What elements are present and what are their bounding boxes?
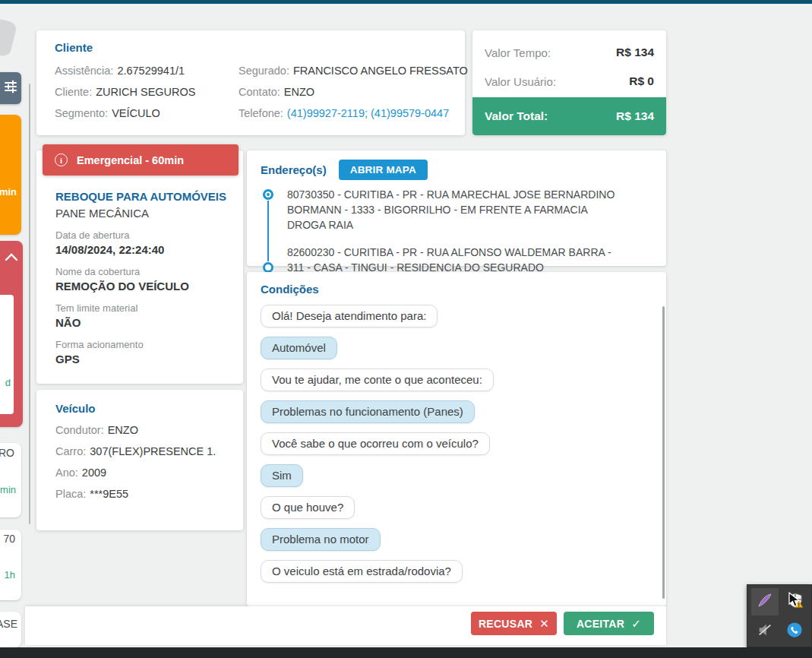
- addresses-card: Endereço(s) ABRIR MAPA 80730350 - CURITI…: [247, 150, 666, 266]
- sliders-filter-icon: [3, 79, 18, 97]
- address-row: 80730350 - CURITIBA - PR - RUA MARECHAL …: [263, 187, 652, 233]
- value-amount: R$ 134: [616, 46, 654, 59]
- field-value[interactable]: FRANCISCO ANGELO FRESSATO: [293, 65, 468, 77]
- field-label: Nome da cobertura: [55, 266, 228, 277]
- value-total-row: Valor Total: R$ 134: [472, 97, 666, 135]
- route: 80730350 - CURITIBA - PR - RUA MARECHAL …: [261, 187, 652, 275]
- field-label: Assistência:: [55, 65, 113, 77]
- accept-button[interactable]: ACEITAR ✓: [564, 612, 654, 635]
- field-label: Telefone:: [239, 107, 283, 119]
- field-label: Cliente:: [55, 86, 92, 98]
- chat-transcript: Olá! Deseja atendimento para: Automóvel …: [261, 305, 652, 583]
- total-amount: R$ 134: [616, 109, 654, 123]
- address-text: 80730350 - CURITIBA - PR - RUA MARECHAL …: [287, 187, 623, 233]
- top-accent-bar: [0, 0, 812, 4]
- volume-tray-button[interactable]: [751, 618, 779, 645]
- vehicle-field: Carro: 307(FLEX)PRESENCE 1.: [55, 441, 228, 462]
- service-field: Nome da cobertura REMOÇÃO DO VEÍCULO: [55, 266, 228, 293]
- service-fields: Data de abertura 14/08/2024, 22:24:40 No…: [55, 229, 228, 365]
- client-field: Assistência: 2.67529941/1: [55, 60, 239, 81]
- field-value: 307(FLEX)PRESENCE 1.: [90, 445, 216, 457]
- text-fragment: 70: [3, 533, 15, 545]
- value-row: Valor Tempo: R$ 134: [472, 38, 666, 67]
- value-label: Valor Tempo:: [485, 46, 551, 59]
- service-field: Tem limite material NÃO: [55, 302, 228, 329]
- security-shield-warning-icon: [787, 592, 804, 612]
- chat-bubble: Problema no motor: [261, 528, 381, 551]
- chevron-up-icon: [5, 251, 18, 265]
- value-row: Valor Usuário: R$ 0: [472, 67, 666, 96]
- client-info-left-column: Assistência: 2.67529941/1 Cliente: ZURIC…: [55, 60, 239, 124]
- sidebar-service-card[interactable]: 70 1h: [0, 530, 21, 600]
- chat-bubble: Problemas no funcionamento (Panes): [261, 400, 475, 423]
- sidebar-inner-card[interactable]: d: [0, 295, 14, 414]
- open-map-button[interactable]: ABRIR MAPA: [339, 160, 428, 180]
- info-icon: i: [55, 153, 68, 166]
- service-field: Forma acionamento GPS: [55, 339, 228, 365]
- field-value: 14/08/2024, 22:24:40: [55, 243, 228, 256]
- phone-tray-button[interactable]: [781, 618, 808, 645]
- field-label: Placa:: [55, 488, 86, 500]
- chat-bubble: Você sabe o que ocorreu com o veículo?: [261, 432, 490, 455]
- text-fragment: RO: [0, 447, 14, 459]
- service-problem: PANE MECÂNICA: [55, 207, 228, 220]
- field-value: VEÍCULO: [112, 107, 160, 119]
- field-label: Segmento:: [55, 107, 108, 119]
- field-value[interactable]: (41)99927-2119; (41)99579-0447: [287, 107, 449, 119]
- vehicle-rows: Condutor: ENZO Carro: 307(FLEX)PRESENCE …: [55, 419, 228, 505]
- field-value: ***9E55: [90, 488, 128, 500]
- security-tray-button[interactable]: [782, 588, 809, 615]
- sidebar-scrollbar[interactable]: [29, 84, 30, 524]
- field-label: Ano:: [55, 467, 78, 479]
- sidebar-service-card-orange[interactable]: min: [0, 115, 21, 235]
- client-field: Segmento: VEÍCULO: [55, 103, 239, 124]
- field-value: ZURICH SEGUROS: [96, 86, 195, 98]
- pen-icon: [756, 591, 774, 612]
- field-label: Contato:: [239, 86, 280, 98]
- x-icon: ✕: [539, 617, 549, 631]
- values-card: Valor Tempo: R$ 134 Valor Usuário: R$ 0 …: [472, 30, 666, 135]
- vehicle-card: Veículo Condutor: ENZO Carro: 307(FLEX)P…: [36, 390, 243, 530]
- field-label: Condutor:: [55, 424, 104, 436]
- field-value: 2.67529941/1: [117, 65, 185, 77]
- addresses-title: Endereço(s): [261, 163, 327, 176]
- field-value: 2009: [82, 467, 106, 479]
- check-icon: ✓: [631, 617, 641, 631]
- chat-bubble: Olá! Deseja atendimento para:: [261, 305, 438, 327]
- service-detail-card: REBOQUE PARA AUTOMÓVEIS PANE MECÂNICA Da…: [36, 150, 243, 384]
- value-label: Valor Usuário:: [485, 75, 556, 88]
- pen-tray-button[interactable]: [751, 588, 779, 615]
- vehicle-field: Condutor: ENZO: [55, 419, 228, 441]
- sidebar-service-card[interactable]: ASE: [0, 612, 21, 647]
- eta-fragment: 1h: [5, 569, 15, 580]
- filter-button[interactable]: [0, 72, 21, 104]
- field-value: GPS: [55, 353, 228, 365]
- action-footer: RECUSAR ✕ ACEITAR ✓: [25, 606, 666, 645]
- total-label: Valor Total:: [485, 109, 548, 123]
- accept-label: ACEITAR: [577, 618, 624, 630]
- vehicle-field: Placa: ***9E55: [55, 483, 228, 505]
- field-label: Data de abertura: [55, 229, 228, 241]
- route-connector-line: [267, 201, 269, 261]
- sidebar-service-card[interactable]: RO min: [0, 443, 21, 517]
- route-marker-icon: [263, 262, 273, 273]
- address-row: 82600230 - CURITIBA - PR - RUA ALFONSO W…: [263, 245, 652, 275]
- conditions-scrollbar[interactable]: [662, 306, 665, 599]
- client-card: Cliente Assistência: 2.67529941/1 Client…: [36, 30, 465, 135]
- field-value[interactable]: ENZO: [284, 86, 314, 98]
- sidebar-service-card-red[interactable]: d: [0, 241, 23, 427]
- chat-bubble: Vou te ajudar, me conte o que aconteceu:: [261, 369, 494, 391]
- vehicle-card-title: Veículo: [55, 402, 228, 415]
- chat-bubble: O veiculo está em estrada/rodovia?: [261, 560, 463, 583]
- conditions-card: Condições Olá! Deseja atendimento para: …: [247, 272, 666, 606]
- eta-fragment: min: [0, 484, 16, 495]
- address-list: 80730350 - CURITIBA - PR - RUA MARECHAL …: [261, 187, 652, 275]
- service-field: Data de abertura 14/08/2024, 22:24:40: [55, 229, 228, 256]
- field-value: REMOÇÃO DO VEÍCULO: [55, 280, 228, 293]
- vehicle-field: Ano: 2009: [55, 462, 228, 483]
- values-rows: Valor Tempo: R$ 134 Valor Usuário: R$ 0: [472, 30, 666, 96]
- client-card-title: Cliente: [55, 41, 447, 54]
- reject-label: RECUSAR: [479, 618, 532, 630]
- conditions-title: Condições: [261, 283, 652, 296]
- reject-button[interactable]: RECUSAR ✕: [471, 612, 557, 635]
